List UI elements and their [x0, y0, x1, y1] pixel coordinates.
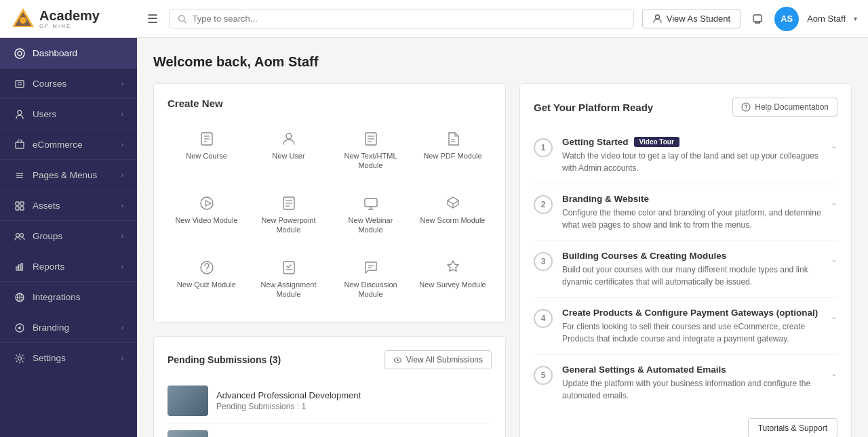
search-input[interactable]	[193, 14, 625, 24]
step-item-1[interactable]: 1 Getting Started Video Tour Watch the v…	[534, 127, 837, 184]
svg-point-38	[286, 133, 292, 139]
sidebar-item-groups[interactable]: Groups ›	[0, 221, 137, 251]
create-new-card: Create New	[153, 83, 506, 322]
eye-icon	[393, 356, 402, 365]
sidebar-label-dashboard: Dashboard	[33, 48, 123, 58]
create-webinar-item[interactable]: New Webinar Module	[332, 184, 410, 245]
courses-chevron: ›	[121, 80, 123, 87]
create-video-item[interactable]: New Video Module	[167, 184, 245, 245]
submission-item-1[interactable]: Advanced Professional Development Pendin…	[167, 379, 492, 423]
step-num-2: 2	[534, 195, 553, 214]
sidebar-label-branding: Branding	[33, 322, 115, 333]
step-title-row-1: Getting Started Video Tour	[562, 137, 821, 147]
sidebar-label-users: Users	[33, 109, 115, 119]
step-chevron-1[interactable]: ⌄	[831, 141, 837, 150]
view-student-button[interactable]: View As Student	[642, 9, 741, 28]
create-assignment-item[interactable]: New Assignment Module	[250, 249, 328, 309]
reports-icon	[14, 260, 26, 272]
svg-point-56	[206, 270, 207, 271]
svg-point-62	[397, 359, 399, 361]
step-content-5: General Settings & Automated Emails Upda…	[562, 365, 821, 402]
pages-icon	[14, 169, 26, 181]
sidebar-item-assets[interactable]: Assets ›	[0, 190, 137, 221]
help-documentation-button[interactable]: Help Documentation	[732, 98, 837, 117]
step-chevron-3[interactable]: ⌄	[831, 255, 837, 264]
ecommerce-chevron: ›	[121, 141, 123, 148]
sidebar-item-branding[interactable]: Branding ›	[0, 312, 137, 343]
step-title-row-3: Building Courses & Creating Modules	[562, 251, 821, 261]
dashboard-icon	[14, 47, 26, 59]
create-course-item[interactable]: New Course	[167, 120, 245, 180]
ppt-label: New Powerpoint Module	[254, 215, 323, 235]
sidebar-item-courses[interactable]: Courses ›	[0, 68, 137, 99]
svg-rect-51	[365, 199, 377, 207]
create-scorm-item[interactable]: New Scorm Module	[414, 184, 492, 245]
step-item-4[interactable]: 4 Create Products & Configure Payment Ga…	[534, 298, 837, 355]
step-content-4: Create Products & Configure Payment Gate…	[562, 308, 821, 345]
student-icon	[652, 14, 663, 24]
hamburger-button[interactable]: ☰	[144, 9, 161, 29]
logo: Academy OF MINE	[11, 7, 136, 31]
pages-chevron: ›	[121, 171, 123, 179]
platform-ready-card: Get Your Platform Ready Help Documentati…	[519, 83, 852, 437]
create-ppt-item[interactable]: New Powerpoint Module	[250, 184, 328, 245]
sidebar-item-settings[interactable]: Settings ›	[0, 343, 137, 373]
svg-rect-57	[283, 262, 294, 274]
create-quiz-item[interactable]: New Quiz Module	[167, 249, 245, 309]
users-icon	[14, 108, 26, 120]
step-desc-5: Update the platform with your business i…	[562, 377, 821, 402]
svg-rect-27	[19, 265, 21, 270]
text-label: New Text/HTML Module	[336, 151, 406, 171]
step-title-1: Getting Started	[562, 137, 629, 147]
pending-submissions-card: Pending Submissions (3) View All Submiss…	[153, 336, 506, 437]
sidebar-item-users[interactable]: Users ›	[0, 99, 137, 129]
step-item-5[interactable]: 5 General Settings & Automated Emails Up…	[534, 355, 837, 411]
step-content-1: Getting Started Video Tour Watch the vid…	[562, 137, 821, 174]
step-num-3: 3	[534, 252, 553, 271]
quiz-label: New Quiz Module	[177, 280, 236, 289]
user-menu-chevron[interactable]: ▾	[854, 15, 857, 22]
submission-item-2[interactable]: Introduction to Continuing Education Pen…	[167, 423, 492, 437]
create-user-item[interactable]: New User	[250, 120, 328, 180]
sidebar-item-reports[interactable]: Reports ›	[0, 251, 137, 282]
step-item-2[interactable]: 2 Branding & Website Configure the theme…	[534, 184, 837, 241]
sidebar-item-ecommerce[interactable]: eCommerce ›	[0, 129, 137, 160]
search-icon	[178, 14, 187, 24]
create-text-item[interactable]: New Text/HTML Module	[332, 120, 410, 180]
course-icon	[199, 129, 215, 147]
sidebar-label-ecommerce: eCommerce	[33, 140, 115, 150]
sidebar-label-groups: Groups	[33, 231, 115, 241]
step-chevron-4[interactable]: ⌄	[831, 312, 837, 321]
create-new-title: Create New	[167, 98, 492, 109]
tutorials-support-button[interactable]: Tutorials & Support	[748, 418, 837, 437]
sidebar-item-dashboard[interactable]: Dashboard	[0, 38, 137, 68]
sidebar-label-reports: Reports	[33, 262, 115, 272]
create-pdf-item[interactable]: New PDF Module	[414, 120, 492, 180]
step-item-3[interactable]: 3 Building Courses & Creating Modules Bu…	[534, 241, 837, 298]
users-chevron: ›	[121, 110, 123, 118]
svg-point-32	[18, 327, 21, 329]
notifications-button[interactable]	[749, 9, 766, 28]
ppt-icon	[281, 194, 297, 211]
create-survey-item[interactable]: New Survey Module	[414, 249, 492, 309]
step-content-3: Building Courses & Creating Modules Buil…	[562, 251, 821, 288]
step-chevron-5[interactable]: ⌄	[831, 369, 837, 378]
view-student-label: View As Student	[667, 14, 730, 24]
assets-icon	[14, 199, 26, 211]
sidebar-item-integrations[interactable]: Integrations	[0, 282, 137, 312]
create-discussion-item[interactable]: New Discussion Module	[332, 249, 410, 309]
view-all-submissions-button[interactable]: View All Submissions	[384, 350, 492, 369]
svg-point-25	[20, 234, 24, 237]
step-desc-2: Configure the theme color and branding o…	[562, 207, 821, 231]
left-column: Create New	[153, 83, 506, 437]
svg-point-24	[16, 234, 20, 237]
step-chevron-2[interactable]: ⌄	[831, 198, 837, 207]
settings-icon	[14, 352, 26, 364]
discussion-icon	[363, 258, 379, 276]
sidebar: Dashboard Courses › Users ›	[0, 38, 137, 437]
submission-thumb-1	[167, 386, 208, 416]
sidebar-item-pages-menus[interactable]: Pages & Menus ›	[0, 160, 137, 190]
course-label: New Course	[186, 151, 227, 161]
logo-text: Academy	[39, 8, 100, 23]
step-desc-3: Build out your courses with our many dif…	[562, 264, 821, 288]
